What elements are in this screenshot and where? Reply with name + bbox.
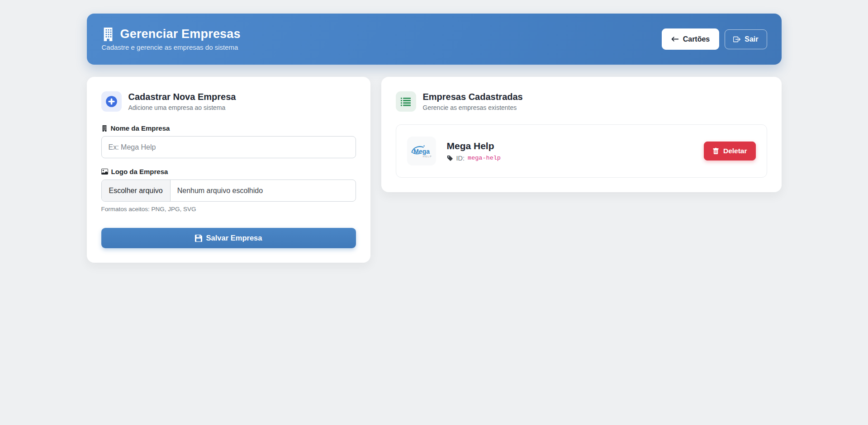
delete-company-label: Deletar xyxy=(723,147,747,155)
list-card-subtitle: Gerencie as empresas existentes xyxy=(423,104,523,111)
cards-row: Cadastrar Nova Empresa Adicione uma empr… xyxy=(87,77,782,263)
company-id-row: ID: mega-help xyxy=(447,155,693,162)
logout-label: Sair xyxy=(745,36,758,43)
company-name-input[interactable] xyxy=(101,136,356,158)
register-card-header: Cadastrar Nova Empresa Adicione uma empr… xyxy=(101,91,356,112)
box-arrow-right-icon xyxy=(733,36,740,43)
companies-list-card: Empresas Cadastradas Gerencie as empresa… xyxy=(381,77,782,192)
company-name-label: Nome da Empresa xyxy=(101,124,356,132)
logo-help-text: Formatos aceitos: PNG, JPG, SVG xyxy=(101,206,356,212)
arrow-left-icon xyxy=(671,35,679,43)
save-company-label: Salvar Empresa xyxy=(206,234,262,242)
logo-file-input[interactable]: Escolher arquivo Nenhum arquivo escolhid… xyxy=(101,179,356,202)
page-subtitle: Cadastre e gerencie as empresas do siste… xyxy=(102,43,241,51)
register-company-card: Cadastrar Nova Empresa Adicione uma empr… xyxy=(87,77,370,263)
company-name-group: Nome da Empresa xyxy=(101,124,356,158)
save-company-button[interactable]: Salvar Empresa xyxy=(101,228,356,248)
cards-back-label: Cartões xyxy=(683,36,710,43)
tag-icon xyxy=(447,155,453,161)
trash-icon xyxy=(712,148,719,155)
plus-circle-icon xyxy=(101,91,122,112)
header-titles: Gerenciar Empresas Cadastre e gerencie a… xyxy=(101,27,241,51)
company-logo-label: Logo da Empresa xyxy=(101,168,356,175)
cards-back-button[interactable]: Cartões xyxy=(662,28,720,50)
svg-text:Mega: Mega xyxy=(413,148,430,155)
page-header: Gerenciar Empresas Cadastre e gerencie a… xyxy=(87,14,782,65)
list-icon xyxy=(396,91,416,112)
company-id-value: mega-help xyxy=(468,155,501,161)
logout-button[interactable]: Sair xyxy=(725,29,767,49)
building-icon xyxy=(101,28,115,41)
company-name: Mega Help xyxy=(447,141,693,151)
company-list-item: Mega HELP Mega Help ID: mega-help xyxy=(396,124,767,178)
company-id-label: ID: xyxy=(456,155,465,162)
delete-company-button[interactable]: Deletar xyxy=(704,142,756,161)
building-icon xyxy=(101,125,108,132)
choose-file-button[interactable]: Escolher arquivo xyxy=(102,180,171,201)
page-container: Gerenciar Empresas Cadastre e gerencie a… xyxy=(87,14,782,263)
list-card-header: Empresas Cadastradas Gerencie as empresa… xyxy=(396,91,767,112)
file-status-text: Nenhum arquivo escolhido xyxy=(171,180,270,201)
save-icon xyxy=(195,235,202,242)
image-icon xyxy=(101,168,108,175)
svg-text:HELP: HELP xyxy=(422,155,432,158)
company-logo-group: Logo da Empresa Escolher arquivo Nenhum … xyxy=(101,168,356,212)
page-title: Gerenciar Empresas xyxy=(120,27,241,41)
company-logo-image: Mega HELP xyxy=(407,137,436,165)
register-card-title: Cadastrar Nova Empresa xyxy=(128,92,236,102)
list-card-title: Empresas Cadastradas xyxy=(423,92,523,102)
register-card-subtitle: Adicione uma empresa ao sistema xyxy=(128,104,236,111)
header-actions: Cartões Sair xyxy=(662,28,767,50)
